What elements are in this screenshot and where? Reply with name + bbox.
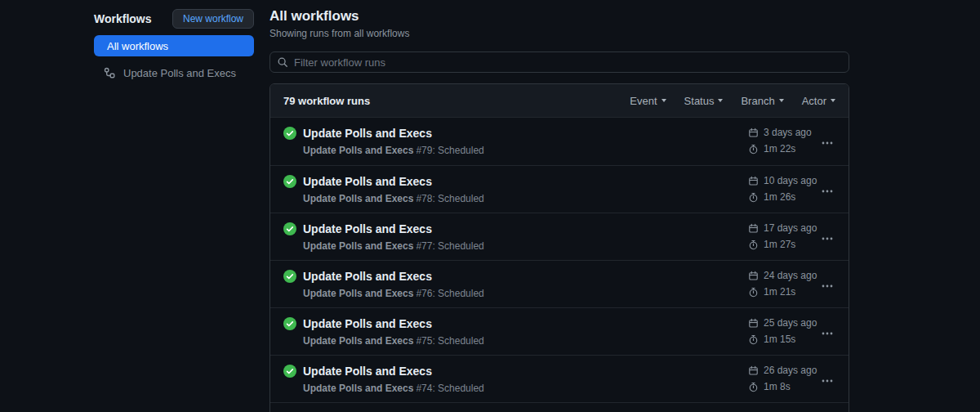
run-text-block: Update Polls and Execs Update Polls and …: [303, 316, 484, 347]
stopwatch-icon: [748, 192, 759, 203]
run-meta-column: 10 days ago 1m 26s: [748, 173, 817, 204]
run-date-line: 10 days ago: [748, 173, 817, 188]
kebab-icon: [821, 137, 834, 150]
sidebar-item-all-workflows[interactable]: All workflows: [94, 35, 254, 56]
run-meta-column: 17 days ago 1m 27s: [748, 221, 817, 252]
run-duration: 1m 26s: [764, 191, 795, 203]
run-duration-line: 1m 15s: [748, 332, 817, 347]
chevron-down-icon: [779, 99, 784, 102]
workflow-run-subtitle: Update Polls and Execs#74: Scheduled: [303, 383, 484, 394]
sidebar-item-label: All workflows: [107, 40, 168, 52]
workflow-run-name: Update Polls and Execs: [303, 383, 413, 394]
workflow-run-row: Update Polls and Execs Update Polls and …: [270, 118, 849, 165]
search-icon: [277, 56, 288, 68]
workflow-run-row: Update Polls and Execs Update Polls and …: [270, 260, 849, 307]
workflow-run-row: Update Polls and Execs Update Polls and …: [270, 213, 849, 260]
workflow-run-title-link[interactable]: Update Polls and Execs: [303, 365, 432, 378]
kebab-icon: [821, 185, 834, 198]
chevron-down-icon: [662, 99, 666, 102]
workflow-run-title-link[interactable]: Update Polls and Execs: [303, 317, 432, 330]
workflow-run-meta: #77: Scheduled: [416, 240, 483, 252]
run-date: 3 days ago: [764, 127, 812, 138]
run-date-line: 17 days ago: [748, 221, 817, 235]
kebab-menu-button[interactable]: [817, 181, 837, 201]
new-workflow-button[interactable]: New workflow: [172, 9, 254, 29]
kebab-menu-button[interactable]: [817, 229, 837, 249]
runs-list: Update Polls and Execs Update Polls and …: [270, 118, 849, 412]
success-check-icon: [283, 127, 296, 140]
workflow-run-title-link[interactable]: Update Polls and Execs: [303, 222, 432, 235]
workflow-run-title-link[interactable]: Update Polls and Execs: [303, 270, 432, 283]
workflow-run-row: Update Polls and Execs Update Polls and …: [270, 165, 849, 213]
kebab-menu-button[interactable]: [817, 324, 837, 343]
chevron-down-icon: [718, 99, 723, 102]
kebab-menu-button[interactable]: [817, 133, 837, 153]
filter-status-dropdown[interactable]: Status: [684, 95, 724, 107]
workflow-run-row: Update Polls and Execs Update Polls and …: [270, 355, 849, 402]
stopwatch-icon: [748, 382, 759, 392]
calendar-icon: [748, 128, 759, 138]
filter-runs-input[interactable]: [294, 56, 842, 69]
stopwatch-icon: [748, 144, 759, 154]
filter-label: Actor: [802, 95, 826, 107]
main-content: All workflows Showing runs from all work…: [270, 8, 849, 412]
workflow-run-title-link[interactable]: Update Polls and Execs: [303, 127, 432, 140]
run-date: 17 days ago: [764, 222, 817, 234]
run-duration: 1m 8s: [764, 381, 791, 392]
runs-filters: Event Status Branch Actor: [630, 95, 835, 107]
run-duration-line: 1m 21s: [748, 284, 817, 299]
calendar-icon: [748, 271, 759, 281]
calendar-icon: [748, 318, 759, 329]
filter-actor-dropdown[interactable]: Actor: [802, 95, 835, 107]
chevron-down-icon: [831, 99, 835, 102]
success-check-icon: [283, 175, 296, 188]
run-duration: 1m 22s: [764, 143, 795, 154]
run-date-line: 3 days ago: [748, 125, 812, 140]
run-duration-line: 1m 8s: [748, 379, 817, 394]
run-text-block: Update Polls and Execs Update Polls and …: [303, 174, 484, 204]
run-duration-line: 1m 26s: [748, 190, 817, 204]
workflow-run-title-link[interactable]: Update Polls and Execs: [303, 175, 432, 188]
page-title: All workflows: [270, 8, 849, 25]
workflow-run-subtitle: Update Polls and Execs#75: Scheduled: [303, 335, 484, 347]
workflow-run-subtitle: Update Polls and Execs#79: Scheduled: [303, 145, 484, 156]
run-date: 25 days ago: [764, 317, 817, 329]
filter-label: Status: [684, 95, 715, 107]
kebab-icon: [821, 232, 834, 245]
workflow-run-row: Update Polls and Execs Update Polls and …: [270, 307, 849, 355]
kebab-icon: [821, 327, 834, 340]
run-text-block: Update Polls and Execs Update Polls and …: [303, 364, 484, 394]
run-text-block: Update Polls and Execs Update Polls and …: [303, 222, 484, 252]
workflow-run-meta: #75: Scheduled: [416, 335, 483, 347]
sidebar-title: Workflows: [94, 12, 152, 25]
workflow-run-subtitle: Update Polls and Execs#76: Scheduled: [303, 288, 484, 299]
run-text-block: Update Polls and Execs Update Polls and …: [303, 269, 484, 299]
sidebar-item-label: Update Polls and Execs: [123, 67, 236, 79]
run-text-block: Update Polls and Execs Update Polls and …: [303, 126, 484, 156]
kebab-menu-button[interactable]: [817, 276, 837, 296]
workflow-run-name: Update Polls and Execs: [303, 193, 413, 204]
kebab-icon: [821, 280, 834, 293]
calendar-icon: [748, 223, 759, 234]
run-duration-line: 1m 27s: [748, 237, 817, 252]
run-duration: 1m 15s: [764, 334, 795, 345]
run-date-line: 24 days ago: [748, 268, 817, 283]
workflow-run-row: Update Polls and Execs 27 days ago: [270, 402, 849, 412]
runs-count: 79 workflow runs: [283, 95, 370, 107]
success-check-icon: [283, 222, 296, 235]
kebab-menu-button[interactable]: [817, 371, 837, 391]
calendar-icon: [748, 365, 759, 376]
workflow-icon: [103, 66, 116, 79]
run-date: 26 days ago: [764, 365, 817, 376]
workflow-run-name: Update Polls and Execs: [303, 288, 413, 299]
filter-branch-dropdown[interactable]: Branch: [741, 95, 783, 107]
sidebar-item-update-polls-and-execs[interactable]: Update Polls and Execs: [94, 64, 254, 82]
run-meta-column: 26 days ago 1m 8s: [748, 363, 817, 394]
workflows-page: { "colors": { "background": "#0d1117", "…: [0, 0, 980, 412]
page-subtitle: Showing runs from all workflows: [270, 28, 849, 39]
workflow-run-name: Update Polls and Execs: [303, 240, 413, 252]
run-meta-column: 25 days ago 1m 15s: [748, 316, 817, 347]
filter-event-dropdown[interactable]: Event: [630, 95, 666, 107]
calendar-icon: [748, 176, 759, 186]
success-check-icon: [283, 365, 296, 378]
